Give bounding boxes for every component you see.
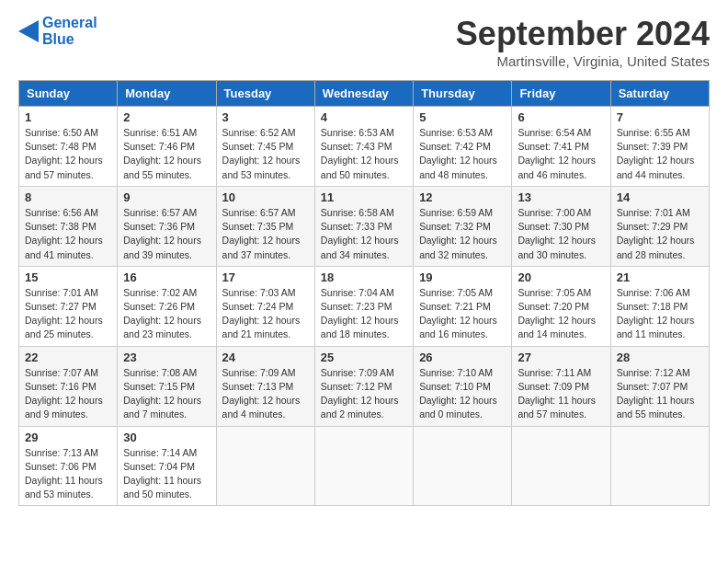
calendar-week-4: 22 Sunrise: 7:07 AMSunset: 7:16 PMDaylig… (19, 346, 710, 426)
dow-header-friday: Friday (512, 81, 610, 107)
calendar-cell: 15 Sunrise: 7:01 AMSunset: 7:27 PMDaylig… (19, 266, 118, 346)
day-info: Sunrise: 7:11 AMSunset: 7:09 PMDaylight:… (518, 366, 604, 422)
day-number: 7 (617, 110, 703, 124)
calendar-week-3: 15 Sunrise: 7:01 AMSunset: 7:27 PMDaylig… (19, 266, 710, 346)
day-info: Sunrise: 7:00 AMSunset: 7:30 PMDaylight:… (518, 206, 604, 262)
day-number: 14 (617, 190, 703, 204)
calendar-week-2: 8 Sunrise: 6:56 AMSunset: 7:38 PMDayligh… (19, 186, 710, 266)
day-info: Sunrise: 6:54 AMSunset: 7:41 PMDaylight:… (518, 126, 604, 182)
calendar-cell: 8 Sunrise: 6:56 AMSunset: 7:38 PMDayligh… (19, 186, 118, 266)
day-number: 10 (222, 190, 309, 204)
day-number: 30 (123, 431, 210, 444)
day-info: Sunrise: 6:55 AMSunset: 7:39 PMDaylight:… (617, 126, 703, 182)
title-area: September 2024 Martinsville, Virginia, U… (456, 15, 710, 69)
day-info: Sunrise: 6:52 AMSunset: 7:45 PMDaylight:… (222, 126, 309, 182)
day-info: Sunrise: 7:08 AMSunset: 7:15 PMDaylight:… (123, 366, 210, 422)
day-info: Sunrise: 7:12 AMSunset: 7:07 PMDaylight:… (617, 366, 703, 422)
dow-header-monday: Monday (118, 81, 216, 107)
calendar-cell: 2 Sunrise: 6:51 AMSunset: 7:46 PMDayligh… (118, 107, 216, 187)
calendar-table: SundayMondayTuesdayWednesdayThursdayFrid… (18, 80, 710, 506)
day-info: Sunrise: 7:02 AMSunset: 7:26 PMDaylight:… (123, 286, 210, 342)
calendar-cell: 14 Sunrise: 7:01 AMSunset: 7:29 PMDaylig… (610, 186, 709, 266)
day-number: 6 (518, 110, 604, 124)
day-number: 23 (123, 350, 210, 364)
calendar-cell (216, 426, 314, 506)
day-info: Sunrise: 7:04 AMSunset: 7:23 PMDaylight:… (321, 286, 407, 342)
day-info: Sunrise: 6:56 AMSunset: 7:38 PMDaylight:… (25, 206, 111, 262)
days-of-week-row: SundayMondayTuesdayWednesdayThursdayFrid… (19, 81, 710, 107)
day-number: 28 (617, 350, 703, 364)
location: Martinsville, Virginia, United States (456, 53, 710, 69)
day-info: Sunrise: 6:58 AMSunset: 7:33 PMDaylight:… (321, 206, 407, 262)
day-info: Sunrise: 7:06 AMSunset: 7:18 PMDaylight:… (617, 286, 703, 342)
day-info: Sunrise: 7:13 AMSunset: 7:06 PMDaylight:… (25, 446, 111, 502)
calendar-cell: 29 Sunrise: 7:13 AMSunset: 7:06 PMDaylig… (19, 426, 118, 506)
calendar-cell: 21 Sunrise: 7:06 AMSunset: 7:18 PMDaylig… (610, 266, 709, 346)
day-number: 21 (617, 270, 703, 284)
day-info: Sunrise: 6:53 AMSunset: 7:42 PMDaylight:… (419, 126, 506, 182)
day-info: Sunrise: 6:50 AMSunset: 7:48 PMDaylight:… (25, 126, 111, 182)
calendar-cell: 23 Sunrise: 7:08 AMSunset: 7:15 PMDaylig… (118, 346, 216, 426)
calendar-cell (414, 426, 512, 506)
calendar-cell: 3 Sunrise: 6:52 AMSunset: 7:45 PMDayligh… (216, 107, 314, 187)
day-number: 13 (518, 190, 604, 204)
dow-header-tuesday: Tuesday (216, 81, 314, 107)
day-number: 22 (25, 350, 111, 364)
calendar-cell: 11 Sunrise: 6:58 AMSunset: 7:33 PMDaylig… (314, 186, 413, 266)
day-number: 3 (222, 110, 309, 124)
calendar-cell: 9 Sunrise: 6:57 AMSunset: 7:36 PMDayligh… (118, 186, 216, 266)
calendar-cell: 12 Sunrise: 6:59 AMSunset: 7:32 PMDaylig… (414, 186, 512, 266)
calendar-cell: 6 Sunrise: 6:54 AMSunset: 7:41 PMDayligh… (512, 107, 610, 187)
day-number: 11 (321, 190, 407, 204)
calendar-cell: 13 Sunrise: 7:00 AMSunset: 7:30 PMDaylig… (512, 186, 610, 266)
calendar-cell: 30 Sunrise: 7:14 AMSunset: 7:04 PMDaylig… (118, 426, 216, 506)
calendar-cell: 28 Sunrise: 7:12 AMSunset: 7:07 PMDaylig… (610, 346, 709, 426)
day-number: 27 (518, 350, 604, 364)
calendar-cell: 16 Sunrise: 7:02 AMSunset: 7:26 PMDaylig… (118, 266, 216, 346)
calendar-cell: 7 Sunrise: 6:55 AMSunset: 7:39 PMDayligh… (610, 107, 709, 187)
logo: General Blue (18, 15, 97, 48)
calendar-cell: 4 Sunrise: 6:53 AMSunset: 7:43 PMDayligh… (314, 107, 413, 187)
calendar-cell: 24 Sunrise: 7:09 AMSunset: 7:13 PMDaylig… (216, 346, 314, 426)
day-info: Sunrise: 7:09 AMSunset: 7:12 PMDaylight:… (321, 366, 407, 422)
day-number: 2 (123, 110, 210, 124)
day-info: Sunrise: 7:05 AMSunset: 7:21 PMDaylight:… (419, 286, 506, 342)
calendar-cell: 27 Sunrise: 7:11 AMSunset: 7:09 PMDaylig… (512, 346, 610, 426)
dow-header-sunday: Sunday (19, 81, 118, 107)
dow-header-saturday: Saturday (610, 81, 709, 107)
day-info: Sunrise: 7:01 AMSunset: 7:27 PMDaylight:… (25, 286, 111, 342)
day-number: 5 (419, 110, 506, 124)
day-number: 8 (25, 190, 111, 204)
day-info: Sunrise: 6:51 AMSunset: 7:46 PMDaylight:… (123, 126, 210, 182)
day-info: Sunrise: 6:57 AMSunset: 7:35 PMDaylight:… (222, 206, 309, 262)
day-info: Sunrise: 7:01 AMSunset: 7:29 PMDaylight:… (617, 206, 703, 262)
day-number: 20 (518, 270, 604, 284)
day-number: 26 (419, 350, 506, 364)
day-number: 15 (25, 270, 111, 284)
calendar-body: 1 Sunrise: 6:50 AMSunset: 7:48 PMDayligh… (19, 107, 710, 506)
day-info: Sunrise: 7:14 AMSunset: 7:04 PMDaylight:… (123, 446, 210, 502)
dow-header-thursday: Thursday (414, 81, 512, 107)
day-number: 1 (25, 110, 111, 124)
day-number: 12 (419, 190, 506, 204)
calendar-cell (314, 426, 413, 506)
day-info: Sunrise: 6:59 AMSunset: 7:32 PMDaylight:… (419, 206, 506, 262)
calendar-cell: 19 Sunrise: 7:05 AMSunset: 7:21 PMDaylig… (414, 266, 512, 346)
calendar-cell (610, 426, 709, 506)
day-number: 9 (123, 190, 210, 204)
day-number: 25 (321, 350, 407, 364)
calendar-cell: 26 Sunrise: 7:10 AMSunset: 7:10 PMDaylig… (414, 346, 512, 426)
calendar-cell: 17 Sunrise: 7:03 AMSunset: 7:24 PMDaylig… (216, 266, 314, 346)
calendar-cell: 5 Sunrise: 6:53 AMSunset: 7:42 PMDayligh… (414, 107, 512, 187)
header: General Blue September 2024 Martinsville… (18, 15, 710, 69)
day-number: 17 (222, 270, 309, 284)
day-info: Sunrise: 7:05 AMSunset: 7:20 PMDaylight:… (518, 286, 604, 342)
calendar-week-5: 29 Sunrise: 7:13 AMSunset: 7:06 PMDaylig… (19, 426, 710, 506)
calendar-cell: 1 Sunrise: 6:50 AMSunset: 7:48 PMDayligh… (19, 107, 118, 187)
calendar-cell: 18 Sunrise: 7:04 AMSunset: 7:23 PMDaylig… (314, 266, 413, 346)
svg-marker-0 (18, 20, 39, 42)
calendar-cell: 22 Sunrise: 7:07 AMSunset: 7:16 PMDaylig… (19, 346, 118, 426)
month-title: September 2024 (456, 15, 710, 53)
day-number: 16 (123, 270, 210, 284)
logo-text: General Blue (42, 15, 97, 47)
